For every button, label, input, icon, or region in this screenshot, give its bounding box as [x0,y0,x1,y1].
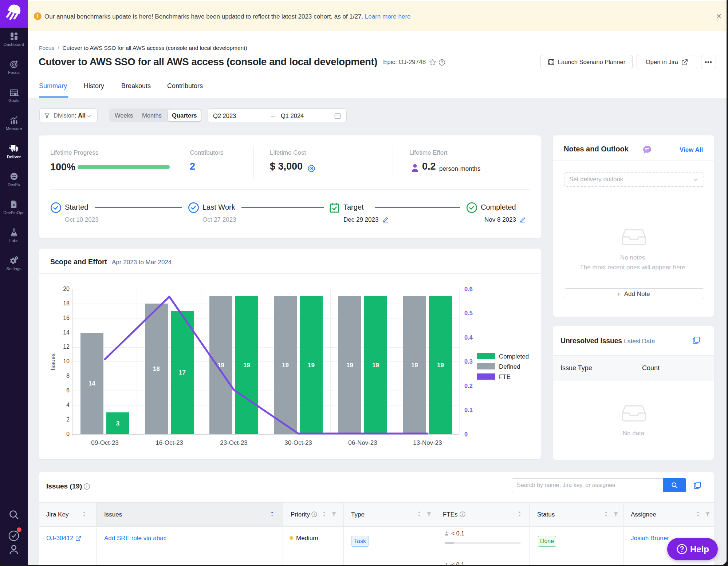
svg-text:$: $ [13,203,15,207]
